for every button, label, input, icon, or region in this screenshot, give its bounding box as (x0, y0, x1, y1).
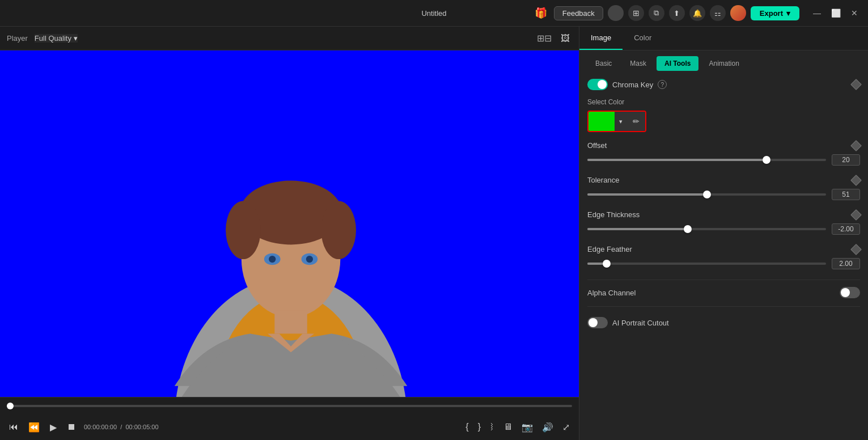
skip-back-button[interactable]: ⏮ (7, 420, 20, 434)
chroma-key-left: Chroma Key ? (587, 79, 667, 90)
svg-point-10 (269, 256, 276, 263)
edge-thickness-header: Edge Thickness (587, 210, 860, 219)
frame-back-button[interactable]: ⏪ (26, 420, 42, 435)
sub-tab-ai-tools[interactable]: AI Tools (657, 56, 698, 71)
tolerance-value[interactable]: 51 (832, 189, 860, 200)
edge-feather-thumb[interactable] (603, 260, 611, 268)
color-dropdown-button[interactable]: ▾ (615, 112, 627, 131)
offset-slider[interactable] (587, 159, 826, 161)
window-controls: — ⬜ ✕ (810, 7, 861, 19)
bell-icon[interactable]: 🔔 (689, 5, 705, 21)
edge-thickness-label: Edge Thickness (587, 210, 640, 219)
offset-header: Offset (587, 141, 860, 150)
alpha-channel-toggle[interactable] (840, 287, 860, 298)
split-icon[interactable]: ⧘ (488, 420, 497, 434)
tab-color[interactable]: Color (623, 27, 663, 50)
fullscreen-icon[interactable]: ⤢ (560, 420, 572, 435)
bracket-close-icon[interactable]: } (476, 420, 483, 434)
edge-thickness-value[interactable]: -2.00 (832, 223, 860, 235)
current-time: 00:00:00:00 / 00:00:05:00 (84, 424, 159, 430)
apps-icon[interactable]: ⚏ (710, 5, 726, 21)
sub-tab-animation[interactable]: Animation (701, 56, 747, 71)
titlebar-right: 🎁 Feedback ⊞ ⧉ ⬆ 🔔 ⚏ Export ▾ — ⬜ ✕ (532, 5, 861, 22)
close-button[interactable]: ✕ (848, 7, 861, 19)
chroma-key-diamond-icon[interactable] (850, 79, 862, 90)
progress-indicator[interactable] (7, 403, 14, 409)
chroma-key-help-icon[interactable]: ? (658, 80, 667, 89)
upload-icon[interactable]: ⬆ (669, 5, 685, 21)
playback-controls: ⏮ ⏪ ▶ ⏹ 00:00:00:00 / 00:00:05:00 { } ⧘ … (0, 414, 579, 440)
edge-feather-value[interactable]: 2.00 (832, 258, 860, 269)
circle-status-icon[interactable] (608, 5, 624, 21)
player-label: Player (7, 34, 28, 43)
right-panel: Image Color Basic Mask AI Tools Animatio… (579, 27, 868, 440)
tolerance-thumb[interactable] (703, 191, 711, 198)
tolerance-header: Tolerance (587, 176, 860, 184)
edge-feather-label: Edge Feather (587, 245, 632, 253)
player-panel: Player Full Quality ▾ ⊞⊟ 🖼 (0, 27, 579, 440)
main-content: Player Full Quality ▾ ⊞⊟ 🖼 (0, 27, 868, 440)
edge-thickness-slider[interactable] (587, 228, 826, 230)
offset-value[interactable]: 20 (832, 154, 860, 166)
image-view-btn[interactable]: 🖼 (558, 32, 572, 45)
grid-view-icon[interactable]: ⊞ (628, 5, 644, 21)
sub-tabs: Basic Mask AI Tools Animation (579, 50, 868, 71)
edge-thickness-thumb[interactable] (684, 225, 692, 233)
gift-icon[interactable]: 🎁 (532, 5, 549, 22)
ai-toggle-knob (588, 318, 598, 327)
tab-image[interactable]: Image (579, 27, 623, 50)
video-preview (0, 50, 579, 397)
quality-selector[interactable]: Full Quality ▾ (35, 34, 78, 43)
monitor-icon[interactable]: 🖥 (501, 420, 515, 434)
play-button[interactable]: ▶ (48, 420, 59, 435)
chroma-key-section: Chroma Key ? (587, 79, 860, 90)
offset-thumb[interactable] (763, 156, 770, 164)
bracket-open-icon[interactable]: { (463, 420, 471, 434)
chroma-key-toggle[interactable] (587, 79, 608, 90)
layout-icon[interactable]: ⧉ (649, 5, 664, 21)
edge-feather-slider[interactable] (587, 263, 826, 265)
app-title: Untitled (421, 9, 446, 18)
svg-point-11 (306, 256, 313, 263)
alpha-channel-row: Alpha Channel (587, 287, 860, 298)
color-eyedropper-button[interactable]: ✏ (627, 112, 645, 131)
ai-portrait-cutout-toggle[interactable] (587, 317, 608, 328)
color-select-row: ▾ ✏ (587, 111, 646, 132)
svg-rect-7 (274, 310, 307, 333)
grid-view-btn[interactable]: ⊞⊟ (535, 32, 554, 45)
separator-2 (587, 306, 860, 307)
camera-icon[interactable]: 📷 (519, 420, 535, 435)
alpha-channel-label: Alpha Channel (587, 289, 636, 297)
progress-track[interactable] (7, 405, 572, 407)
sub-tab-mask[interactable]: Mask (622, 56, 654, 71)
ai-portrait-cutout-label: AI Portrait Cutout (612, 319, 669, 327)
color-swatch[interactable] (588, 112, 615, 131)
minimize-button[interactable]: — (810, 7, 824, 19)
tolerance-row: Tolerance 51 (587, 176, 860, 200)
tolerance-diamond-icon[interactable] (850, 175, 862, 186)
timeline-bar (0, 397, 579, 414)
svg-point-6 (321, 201, 356, 259)
avatar[interactable] (730, 5, 746, 21)
video-canvas (0, 50, 579, 397)
edge-feather-diamond-icon[interactable] (850, 244, 862, 255)
edge-feather-row: Edge Feather 2.00 (587, 245, 860, 269)
offset-label: Offset (587, 141, 607, 150)
volume-icon[interactable]: 🔊 (540, 420, 556, 435)
select-color-label: Select Color (587, 98, 860, 106)
sub-tab-basic[interactable]: Basic (587, 56, 620, 71)
feedback-button[interactable]: Feedback (554, 6, 603, 20)
edge-thickness-diamond-icon[interactable] (850, 209, 862, 221)
stop-button[interactable]: ⏹ (65, 420, 78, 434)
tolerance-slider[interactable] (587, 193, 826, 196)
player-toolbar: Player Full Quality ▾ ⊞⊟ 🖼 (0, 27, 579, 50)
maximize-button[interactable]: ⬜ (828, 7, 844, 19)
export-button[interactable]: Export ▾ (751, 6, 799, 20)
playback-right: { } ⧘ 🖥 📷 🔊 ⤢ (463, 420, 572, 435)
right-tabs: Image Color (579, 27, 868, 50)
ai-portrait-cutout-row: AI Portrait Cutout (587, 314, 860, 328)
edge-thickness-row: Edge Thickness -2.00 (587, 210, 860, 235)
offset-diamond-icon[interactable] (850, 140, 862, 151)
chroma-key-label: Chroma Key (612, 81, 653, 89)
tolerance-label: Tolerance (587, 176, 619, 184)
